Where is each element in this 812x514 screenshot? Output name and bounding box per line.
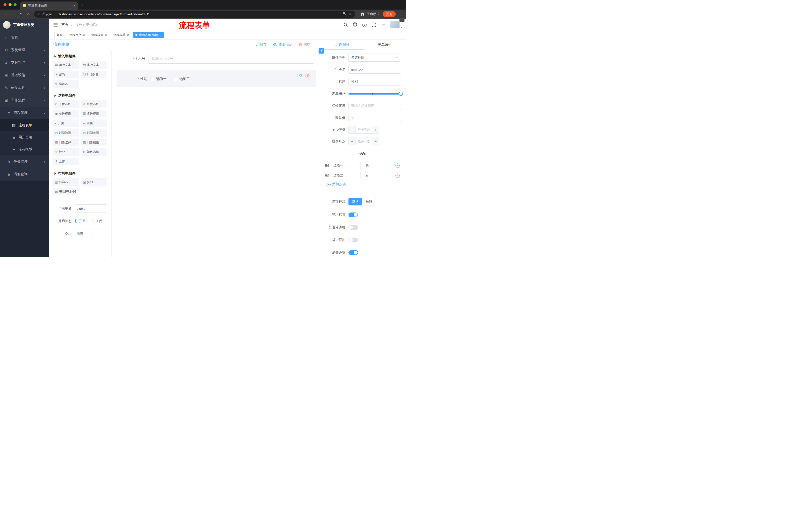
palette-item-表格[开发中][interactable]: ▩表格[开发中] <box>53 188 79 195</box>
status-radio-开启[interactable]: 开启 <box>74 219 85 223</box>
sidebar-item-系统管理[interactable]: ⚙系统管理▾ <box>0 44 49 56</box>
default-value-input[interactable]: 1 <box>348 114 401 122</box>
sidebar-item-基础设施[interactable]: ▣基础设施▾ <box>0 69 49 81</box>
tag-close-icon[interactable]: × <box>83 33 85 37</box>
option-value-input[interactable]: 男 <box>363 162 393 169</box>
update-button[interactable]: 更新 <box>383 11 396 17</box>
canvas-checkbox-选项一[interactable]: 选项一 <box>150 77 167 81</box>
star-icon[interactable]: ☆ <box>348 12 352 16</box>
props-tab-组件属性[interactable]: 组件属性 <box>321 39 364 50</box>
palette-item-评分[interactable]: ☆评分 <box>53 148 79 156</box>
view-json-button[interactable]: 查看json <box>273 43 292 47</box>
palette-item-下拉选择[interactable]: ⊙下拉选择 <box>53 100 79 108</box>
delete-widget-button[interactable] <box>305 73 311 78</box>
tag-流程表单-编辑[interactable]: 流程表单-编辑× <box>133 32 164 38</box>
toggle-显示标签[interactable] <box>348 213 358 217</box>
props-tab-表单属性[interactable]: 表单属性 <box>364 39 406 50</box>
minus-button[interactable]: − <box>349 126 355 133</box>
palette-item-日期范围[interactable]: ▧日期范围 <box>81 139 108 146</box>
minus-button[interactable]: − <box>349 138 355 145</box>
slider-track[interactable] <box>348 93 401 94</box>
sidebar-logo[interactable]: 芋道管理系统 <box>0 19 49 31</box>
canvas-field-phone[interactable]: 手机号 请输入手机号 <box>117 54 316 64</box>
remove-option-icon[interactable]: − <box>396 173 400 178</box>
palette-item-单选框组[interactable]: ◉单选框组 <box>53 110 79 117</box>
option-style-默认[interactable]: 默认 <box>348 198 362 206</box>
home-icon[interactable]: ⌂ <box>25 12 32 16</box>
address-bar[interactable]: ⚠ 不安全 | dashboard.yudao.iocoder.cn/bpm/m… <box>34 10 355 18</box>
drag-handle-icon[interactable] <box>325 174 329 177</box>
sidebar-item-首页[interactable]: ⌂首页 <box>0 31 49 44</box>
form-name-input[interactable]: biubiu <box>74 205 107 213</box>
field-name-input[interactable]: field122 <box>348 65 401 74</box>
tag-close-icon[interactable]: × <box>127 33 129 37</box>
label-width-input[interactable]: 请输入标签宽度 <box>348 102 401 110</box>
sidebar-item-用户分组[interactable]: ☻用户分组 <box>0 131 49 143</box>
palette-item-级联选择[interactable]: ⋔级联选择 <box>81 100 108 108</box>
tag-close-icon[interactable]: × <box>105 33 107 37</box>
breadcrumb-home[interactable]: 首页 <box>61 22 68 26</box>
tab-close-icon[interactable]: × <box>74 3 76 7</box>
option-style-按钮[interactable]: 按钮 <box>362 198 376 206</box>
browser-tab[interactable]: 芋道管理系统 × <box>20 1 78 9</box>
forward-icon[interactable]: → <box>10 12 17 16</box>
drag-handle-icon[interactable] <box>325 164 329 167</box>
sidebar-item-支付管理[interactable]: ¥支付管理▾ <box>0 56 49 69</box>
fullscreen-icon[interactable] <box>372 23 376 27</box>
browser-dropdown-chevron[interactable]: ▾ <box>400 18 405 22</box>
user-menu[interactable]: ▾ <box>390 21 402 28</box>
hamburger-icon[interactable] <box>53 23 58 27</box>
sidebar-item-工作流程[interactable]: ⊞工作流程▴ <box>0 94 49 107</box>
minimize-window-button[interactable] <box>8 3 11 6</box>
palette-item-上传[interactable]: ↥上传 <box>53 158 79 165</box>
phone-input[interactable]: 请输入手机号 <box>148 54 314 64</box>
toggle-是否禁用[interactable] <box>348 238 358 242</box>
close-window-button[interactable] <box>3 3 6 6</box>
palette-item-滑块[interactable]: ↦滑块 <box>81 119 108 127</box>
min-select-input[interactable]: 至少应选 <box>355 126 372 133</box>
kebab-menu-icon[interactable]: ⋮ <box>398 12 402 16</box>
palette-item-密码[interactable]: ∗密码 <box>53 71 79 78</box>
sidebar-item-流程管理[interactable]: ≡流程管理▴ <box>0 107 49 119</box>
slider-handle[interactable] <box>399 92 403 96</box>
zoom-window-button[interactable] <box>13 3 17 6</box>
remove-option-icon[interactable]: − <box>396 163 400 168</box>
help-icon[interactable]: ? <box>362 23 367 27</box>
status-radio-关闭[interactable]: 关闭 <box>91 219 103 223</box>
key-icon[interactable] <box>343 12 346 16</box>
canvas-field-gender-selected[interactable]: 性别 选项一选项二 <box>117 70 316 87</box>
font-size-icon[interactable]: TT <box>381 23 385 27</box>
sidebar-item-流程表单[interactable]: ▤流程表单 <box>0 119 49 131</box>
reload-icon[interactable]: ↻ <box>18 12 24 17</box>
palette-item-颜色选择[interactable]: ⊛颜色选择 <box>81 148 108 156</box>
palette-item-多选框组[interactable]: ☑多选框组 <box>81 110 108 117</box>
toggle-是否带边框[interactable] <box>348 225 358 230</box>
sidebar-item-请假查询[interactable]: ☻请假查询 <box>0 168 49 181</box>
plus-button[interactable]: + <box>372 138 379 145</box>
option-label-input[interactable]: 选项一 <box>330 162 361 169</box>
max-select-input[interactable]: 最多可选 <box>355 138 372 145</box>
palette-item-行容器[interactable]: ◫行容器 <box>53 178 79 186</box>
option-label-input[interactable]: 选项二 <box>330 172 361 179</box>
add-option-button[interactable]: + 添加选项 <box>327 182 401 187</box>
back-icon[interactable]: ← <box>2 12 9 16</box>
save-button[interactable]: ✓ 保存 <box>256 43 267 47</box>
sidebar-item-研发工具[interactable]: ✎研发工具▾ <box>0 81 49 94</box>
search-icon[interactable] <box>343 23 348 27</box>
tag-首页[interactable]: 首页 <box>54 32 65 38</box>
palette-item-单行文本[interactable]: ▭单行文本 <box>53 61 79 69</box>
tag-流程定义[interactable]: 流程定义× <box>67 32 87 38</box>
tag-流程表单[interactable]: 流程表单× <box>111 32 132 38</box>
github-icon[interactable] <box>353 22 357 27</box>
tag-流程模型[interactable]: 流程模型× <box>89 32 110 38</box>
copy-widget-button[interactable] <box>297 73 303 78</box>
tag-close-icon[interactable]: × <box>160 33 162 37</box>
palette-item-时间选择[interactable]: ◴时间选择 <box>53 129 79 137</box>
title-input[interactable]: 性别 <box>348 78 401 86</box>
sidebar-item-流程模型[interactable]: ➤流程模型 <box>0 143 49 155</box>
plus-button[interactable]: + <box>372 126 379 133</box>
option-value-input[interactable]: 女 <box>363 172 393 179</box>
component-type-select[interactable]: 多选框组 ▼ <box>348 54 401 62</box>
link-badge[interactable] <box>319 48 324 54</box>
palette-item-计数器[interactable]: 123计数器 <box>81 71 108 78</box>
